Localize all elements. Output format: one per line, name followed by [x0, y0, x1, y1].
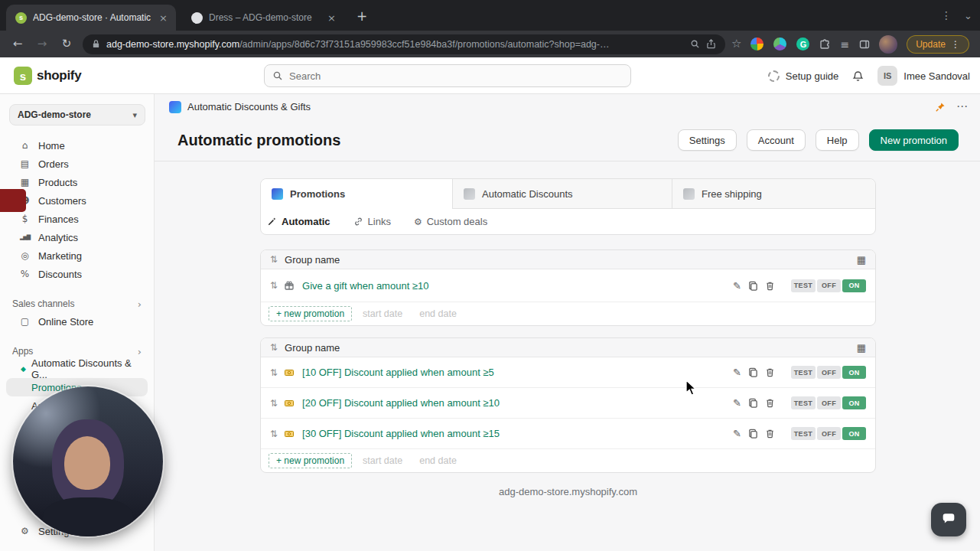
drag-handle-icon[interactable]: ⇅ — [270, 368, 278, 377]
sidebar-item-finances[interactable]: $ Finances — [0, 210, 154, 228]
forward-button[interactable]: → — [32, 38, 52, 50]
share-icon[interactable] — [706, 39, 716, 49]
tab-promotions[interactable]: Promotions — [261, 179, 452, 209]
test-button[interactable]: TEST — [791, 396, 816, 409]
end-date-field[interactable]: end date — [419, 308, 457, 319]
promotion-link[interactable]: [30 OFF] Discount applied when amount ≥1… — [302, 428, 500, 439]
recording-overlay-badge — [0, 189, 26, 212]
new-promotion-inline-button[interactable]: + new promotion — [269, 306, 352, 321]
browser-tab-active[interactable]: s ADG-demo-store · Automatic p × — [6, 5, 176, 31]
test-button[interactable]: TEST — [791, 366, 816, 379]
sidebar-item-online-store[interactable]: ▢ Online Store — [0, 312, 154, 331]
finances-icon: $ — [19, 214, 31, 223]
products-icon: ▦ — [19, 178, 31, 187]
subtab-automatic[interactable]: Automatic — [267, 216, 330, 227]
on-button[interactable]: ON — [842, 427, 866, 440]
store-switcher[interactable]: ADG-demo-store ▾ — [9, 104, 145, 126]
browser-profile-avatar[interactable] — [879, 35, 897, 54]
subtab-links[interactable]: Links — [353, 216, 391, 227]
reading-list-icon[interactable]: ≡ — [840, 39, 849, 50]
browser-update-button[interactable]: Update ⋮ — [907, 35, 969, 54]
subtab-custom-deals[interactable]: ⚙ Custom deals — [414, 216, 487, 227]
address-bar[interactable]: adg-demo-store.myshopify.com/admin/apps/… — [83, 34, 725, 54]
duplicate-icon[interactable] — [748, 429, 758, 439]
on-button[interactable]: ON — [842, 366, 866, 379]
search-icon[interactable] — [690, 39, 700, 49]
off-button[interactable]: OFF — [817, 279, 841, 292]
puzzle-icon[interactable] — [819, 39, 830, 50]
edit-icon[interactable]: ✎ — [733, 429, 741, 439]
drag-handle-icon[interactable]: ⇅ — [270, 429, 278, 439]
extension-color-icon[interactable] — [773, 37, 786, 51]
sidebar-section-sales-channels[interactable]: Sales channels › — [0, 295, 154, 312]
browser-menu-icon[interactable]: ⋮ — [951, 40, 960, 49]
sidebar-item-marketing[interactable]: ◎ Marketing — [0, 246, 154, 265]
side-panel-icon[interactable] — [859, 39, 870, 50]
tab-free-shipping[interactable]: Free shipping — [672, 179, 875, 209]
start-date-field[interactable]: start date — [363, 308, 402, 319]
reload-button[interactable]: ↻ — [57, 38, 77, 50]
admin-search-bar[interactable] — [264, 64, 631, 87]
sidebar-item-analytics[interactable]: ▂▅▇ Analytics — [0, 228, 154, 246]
search-input[interactable] — [289, 70, 623, 82]
new-promotion-button[interactable]: New promotion — [869, 129, 959, 151]
off-button[interactable]: OFF — [817, 427, 841, 440]
off-button[interactable]: OFF — [817, 396, 841, 409]
settings-button[interactable]: Settings — [678, 129, 737, 151]
sort-icon[interactable]: ⇅ — [270, 255, 278, 264]
help-button[interactable]: Help — [816, 129, 859, 151]
sort-icon[interactable]: ⇅ — [270, 343, 278, 352]
test-button[interactable]: TEST — [791, 279, 816, 292]
tab-automatic-discounts[interactable]: Automatic Discounts — [452, 179, 672, 209]
sidebar-item-discounts[interactable]: % Discounts — [0, 265, 154, 283]
bookmark-star-icon[interactable]: ☆ — [731, 38, 741, 50]
tab-menu-icon[interactable]: ⋮ — [941, 10, 952, 21]
user-menu[interactable]: IS Imee Sandoval — [877, 66, 970, 86]
edit-icon[interactable]: ✎ — [733, 281, 741, 291]
browser-tab[interactable]: Dress – ADG-demo-store × — [182, 5, 344, 31]
account-button[interactable]: Account — [747, 129, 806, 151]
setup-guide-button[interactable]: Setup guide — [768, 70, 838, 82]
schedule-grid-icon[interactable]: ▦ — [857, 343, 866, 353]
grammarly-icon[interactable]: G — [796, 37, 809, 51]
duplicate-icon[interactable] — [748, 281, 758, 291]
new-tab-button[interactable]: + — [357, 10, 367, 23]
lock-icon[interactable] — [92, 39, 100, 49]
delete-icon[interactable] — [765, 398, 775, 408]
overflow-menu-icon[interactable]: ⋯ — [956, 101, 968, 112]
end-date-field[interactable]: end date — [419, 455, 457, 466]
delete-icon[interactable] — [765, 281, 775, 291]
orders-icon: ▤ — [19, 159, 31, 168]
promotion-link[interactable]: [20 OFF] Discount applied when amount ≥1… — [302, 397, 500, 409]
shopify-logo[interactable]: s shopify — [14, 67, 81, 85]
notifications-bell-icon[interactable] — [852, 70, 864, 82]
on-button[interactable]: ON — [842, 396, 866, 409]
sidebar-item-orders[interactable]: ▤ Orders — [0, 155, 154, 173]
tab-close-icon[interactable]: × — [157, 13, 170, 23]
extension-pinwheel-icon[interactable] — [750, 37, 763, 51]
delete-icon[interactable] — [765, 367, 775, 377]
promotion-link[interactable]: Give a gift when amount ≥10 — [302, 280, 428, 292]
edit-icon[interactable]: ✎ — [733, 398, 741, 408]
promotion-link[interactable]: [10 OFF] Discount applied when amount ≥5 — [302, 367, 494, 378]
schedule-grid-icon[interactable]: ▦ — [857, 255, 866, 265]
start-date-field[interactable]: start date — [363, 455, 402, 466]
sidebar-item-home[interactable]: ⌂ Home — [0, 136, 154, 155]
pin-icon[interactable] — [935, 102, 946, 112]
edit-icon[interactable]: ✎ — [733, 367, 741, 377]
test-button[interactable]: TEST — [791, 427, 816, 440]
delete-icon[interactable] — [765, 429, 775, 439]
new-promotion-inline-button[interactable]: + new promotion — [269, 453, 352, 468]
back-button[interactable]: ← — [8, 38, 28, 50]
sidebar-item-adg-app[interactable]: ◆ Automatic Discounts & G... — [0, 360, 154, 378]
drag-handle-icon[interactable]: ⇅ — [270, 281, 278, 290]
on-button[interactable]: ON — [842, 279, 866, 292]
state-toggle: TEST OFF ON — [791, 396, 866, 409]
drag-handle-icon[interactable]: ⇅ — [270, 399, 278, 408]
chat-widget-button[interactable] — [931, 503, 966, 536]
tab-search-chevron-icon[interactable]: ⌄ — [964, 11, 972, 21]
off-button[interactable]: OFF — [817, 366, 841, 379]
duplicate-icon[interactable] — [748, 367, 758, 377]
tab-close-icon[interactable]: × — [325, 13, 338, 23]
duplicate-icon[interactable] — [748, 398, 758, 408]
